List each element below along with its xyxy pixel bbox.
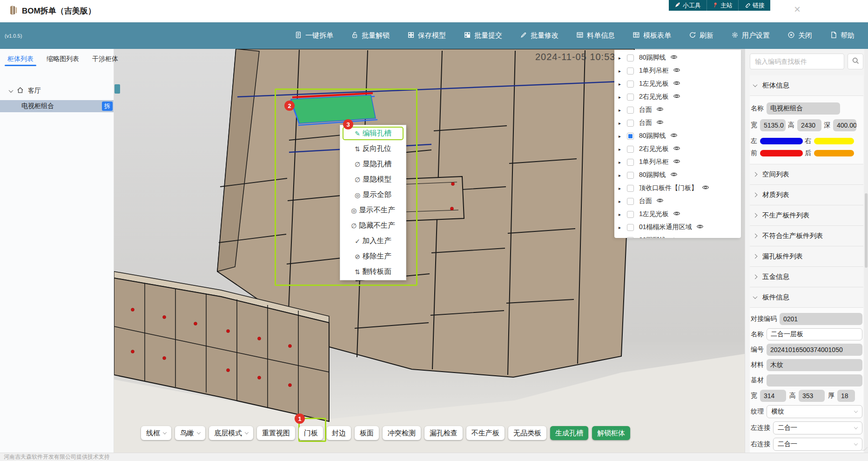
caret-right-icon[interactable]: ▸ xyxy=(619,212,625,217)
close-window-icon[interactable]: × xyxy=(794,4,801,15)
generate-holes-button[interactable]: 生成孔槽 xyxy=(550,426,588,440)
row-checkbox[interactable] xyxy=(627,159,634,166)
reset-view-button[interactable]: 重置视图 xyxy=(257,426,295,440)
eye-icon[interactable] xyxy=(673,67,680,75)
menu-item-show-nonproduction[interactable]: ◎显示不生产 xyxy=(340,203,406,218)
parts-list-row[interactable]: ▸80踢脚线 xyxy=(614,51,741,64)
menu-item-reverse-holes[interactable]: ⇅反向孔位 xyxy=(340,141,406,156)
view-mode-birdseye-button[interactable]: 鸟瞰 xyxy=(175,426,205,440)
eye-icon[interactable] xyxy=(656,119,664,127)
view-mode-wireframe-button[interactable]: 线框 xyxy=(141,426,171,440)
tree-node-living-room[interactable]: 客厅 xyxy=(0,85,114,96)
caret-right-icon[interactable]: ▸ xyxy=(619,108,625,113)
substrate-field[interactable] xyxy=(767,374,862,386)
toolbar-button-batch-unlock[interactable]: 批量解锁 xyxy=(342,22,398,49)
row-checkbox[interactable] xyxy=(627,211,634,218)
cabinet-depth-field[interactable]: 400.00 xyxy=(833,119,856,131)
quick-link-link[interactable]: 链接 xyxy=(738,0,770,11)
panel-thickness-field[interactable]: 18 xyxy=(837,390,855,402)
menu-item-hide-nonproduction[interactable]: ∅隐藏不生产 xyxy=(340,218,406,233)
search-input[interactable] xyxy=(750,54,844,69)
view-mode-base-layer-button[interactable]: 底层模式 xyxy=(209,426,253,440)
eye-icon[interactable] xyxy=(702,184,709,192)
door-panel-button[interactable]: 门板 xyxy=(299,426,323,440)
section-header-nonproduction-panels[interactable]: 不生产板件列表 xyxy=(750,205,863,226)
toolbar-button-user-settings[interactable]: 用户设置 xyxy=(722,22,779,49)
caret-right-icon[interactable]: ▸ xyxy=(619,95,625,100)
section-header-noncompliant-panels[interactable]: 不符合生产板件列表 xyxy=(750,226,863,246)
caret-right-icon[interactable]: ▸ xyxy=(619,55,625,61)
section-header-hardware-info[interactable]: 五金信息 xyxy=(750,267,863,287)
parts-list-row[interactable]: ▸2右见光板 xyxy=(614,90,741,103)
eye-icon[interactable] xyxy=(670,54,678,62)
texture-select[interactable]: 横纹 xyxy=(767,405,862,418)
section-header-panel-info[interactable]: 板件信息 xyxy=(750,287,863,308)
panel-width-field[interactable]: 314 xyxy=(760,390,786,402)
parts-list-row[interactable]: ▸台面 xyxy=(614,195,741,208)
dock-code-field[interactable]: 0201 xyxy=(780,313,862,325)
left-connection-select[interactable]: 二合一 xyxy=(773,421,862,434)
toolbar-button-help[interactable]: 帮助 xyxy=(821,22,863,49)
missing-hole-check-button[interactable]: 漏孔检查 xyxy=(424,426,463,440)
eye-icon[interactable] xyxy=(656,106,664,114)
row-checkbox[interactable] xyxy=(627,68,634,75)
edge-banding-button[interactable]: 封边 xyxy=(327,426,351,440)
row-checkbox[interactable] xyxy=(627,81,634,88)
parts-list-row[interactable]: ▸80踢脚线 xyxy=(614,169,741,182)
parts-list-row-checked[interactable]: ▸80踢脚线 xyxy=(614,129,741,142)
toolbar-button-save-model[interactable]: 保存模型 xyxy=(398,22,455,49)
panel-height-field[interactable]: 353 xyxy=(799,390,825,402)
parts-list-row[interactable]: ▸01榻榻米通用区域 xyxy=(614,221,741,234)
eye-icon[interactable] xyxy=(673,145,680,153)
panel-code-field[interactable]: 20241016500374001050 xyxy=(767,344,862,356)
row-checkbox[interactable] xyxy=(627,198,634,205)
row-checkbox[interactable] xyxy=(627,146,634,153)
cabinet-name-field[interactable]: 电视柜组合 xyxy=(767,102,840,115)
menu-item-add-to-production[interactable]: ✓加入生产 xyxy=(340,233,406,249)
panel-name-field[interactable]: 二合一层板 xyxy=(767,328,862,340)
parts-list-row[interactable]: ▸1单列吊柜 xyxy=(614,64,741,77)
cabinet-height-field[interactable]: 2430 xyxy=(797,119,821,131)
menu-item-remove-from-production[interactable]: ⊘移除生产 xyxy=(340,249,406,264)
tab-thumbnail-list[interactable]: 缩略图列表 xyxy=(44,49,82,69)
tab-cabinet-list[interactable]: 柜体列表 xyxy=(5,49,36,69)
vertical-scrollbar[interactable] xyxy=(864,49,868,453)
row-checkbox[interactable] xyxy=(627,94,634,101)
section-header-material-list[interactable]: 材质列表 xyxy=(750,185,863,205)
uncategorized-panel-button[interactable]: 无品类板 xyxy=(508,426,546,440)
toolbar-button-template-form[interactable]: 模板表单 xyxy=(624,22,680,49)
eye-icon[interactable] xyxy=(696,223,704,231)
quick-link-tools[interactable]: 小工具 xyxy=(669,0,707,11)
tab-interference-cabinets[interactable]: 干涉柜体 xyxy=(89,49,121,69)
section-header-cabinet-info[interactable]: 柜体信息 xyxy=(750,75,863,96)
scrollbar-thumb[interactable] xyxy=(865,193,868,268)
parts-list-row[interactable]: ▸1单列吊柜 xyxy=(614,156,741,169)
right-connection-select[interactable]: 二合一 xyxy=(773,438,862,451)
row-checkbox[interactable] xyxy=(627,224,634,231)
caret-right-icon[interactable]: ▸ xyxy=(619,199,625,204)
caret-right-icon[interactable]: ▸ xyxy=(619,147,625,152)
menu-item-toggle-model[interactable]: ∅显隐模型 xyxy=(340,172,406,187)
section-header-missing-hole-panels[interactable]: 漏孔板件列表 xyxy=(750,246,863,267)
eye-icon[interactable] xyxy=(670,171,678,179)
parts-list-row[interactable]: ▸1左见光板 xyxy=(614,77,741,90)
menu-item-show-all[interactable]: ◎显示全部 xyxy=(340,187,406,203)
conflict-detect-button[interactable]: 冲突检测 xyxy=(383,426,421,440)
row-checkbox[interactable] xyxy=(627,107,634,114)
eye-icon[interactable] xyxy=(673,158,680,166)
eye-icon[interactable] xyxy=(673,93,680,101)
search-button[interactable] xyxy=(848,54,863,69)
menu-item-flip-panel[interactable]: ⇅翻转板面 xyxy=(340,264,406,279)
caret-right-icon[interactable]: ▸ xyxy=(619,225,625,230)
eye-icon[interactable] xyxy=(670,236,678,238)
toolbar-button-batch-edit[interactable]: 批量修改 xyxy=(511,22,567,49)
caret-right-icon[interactable]: ▸ xyxy=(619,81,625,87)
parts-list-row[interactable]: ▸台面 xyxy=(614,116,741,129)
tree-node-tv-cabinet-combo[interactable]: 电视柜组合 拆 xyxy=(0,100,114,112)
menu-item-toggle-holes[interactable]: ∅显隐孔槽 xyxy=(340,156,406,172)
caret-right-icon[interactable]: ▸ xyxy=(619,186,625,191)
eye-icon[interactable] xyxy=(656,197,664,205)
toolbar-button-material-list[interactable]: 料单信息 xyxy=(567,22,624,49)
caret-right-icon[interactable]: ▸ xyxy=(619,238,625,238)
caret-right-icon[interactable]: ▸ xyxy=(619,134,625,139)
